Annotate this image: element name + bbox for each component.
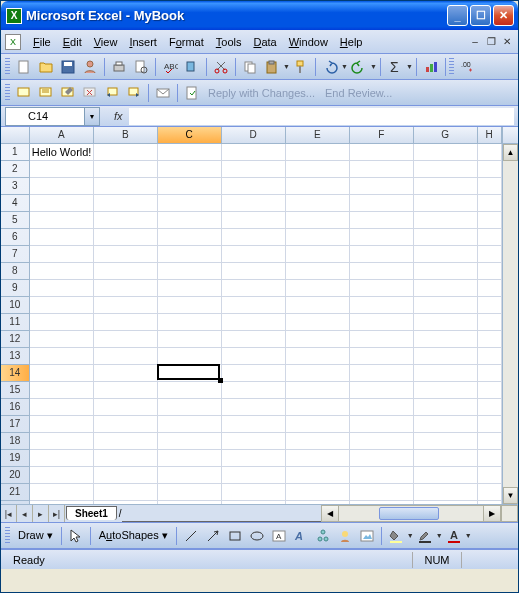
cell-F22[interactable]	[350, 501, 414, 504]
cell-A16[interactable]	[30, 399, 94, 416]
row-header-1[interactable]: 1	[1, 144, 29, 161]
column-header-A[interactable]: A	[30, 127, 94, 143]
hscroll-thumb[interactable]	[379, 507, 439, 520]
cell-D6[interactable]	[222, 229, 286, 246]
cell-B13[interactable]	[94, 348, 158, 365]
spellcheck-button[interactable]: ABC	[159, 56, 181, 78]
cell-G6[interactable]	[414, 229, 478, 246]
cell-E15[interactable]	[286, 382, 350, 399]
cell-D20[interactable]	[222, 467, 286, 484]
cell-F5[interactable]	[350, 212, 414, 229]
cell-D19[interactable]	[222, 450, 286, 467]
cell-C19[interactable]	[158, 450, 222, 467]
row-header-11[interactable]: 11	[1, 314, 29, 331]
cell-G21[interactable]	[414, 484, 478, 501]
autoshapes-menu-button[interactable]: AutoShapes ▾	[94, 529, 173, 542]
scroll-up-button[interactable]: ▲	[503, 144, 518, 161]
new-comment-button[interactable]	[13, 82, 35, 104]
row-header-15[interactable]: 15	[1, 382, 29, 399]
minimize-button[interactable]: _	[447, 5, 468, 26]
permission-button[interactable]	[79, 56, 101, 78]
cell-C11[interactable]	[158, 314, 222, 331]
cell-G3[interactable]	[414, 178, 478, 195]
menu-data[interactable]: Data	[247, 33, 282, 51]
cell-C7[interactable]	[158, 246, 222, 263]
cell-A19[interactable]	[30, 450, 94, 467]
cell-C5[interactable]	[158, 212, 222, 229]
wordart-button[interactable]: A	[290, 525, 312, 547]
cell-C4[interactable]	[158, 195, 222, 212]
cell-G1[interactable]	[414, 144, 478, 161]
cell-E9[interactable]	[286, 280, 350, 297]
cell-E19[interactable]	[286, 450, 350, 467]
cell-H3[interactable]	[478, 178, 502, 195]
column-header-D[interactable]: D	[222, 127, 286, 143]
cell-E16[interactable]	[286, 399, 350, 416]
cell-A20[interactable]	[30, 467, 94, 484]
cell-D1[interactable]	[222, 144, 286, 161]
copy-button[interactable]	[239, 56, 261, 78]
cell-D10[interactable]	[222, 297, 286, 314]
cell-A8[interactable]	[30, 263, 94, 280]
cell-C6[interactable]	[158, 229, 222, 246]
redo-button[interactable]	[348, 56, 370, 78]
cell-F14[interactable]	[350, 365, 414, 382]
cell-F9[interactable]	[350, 280, 414, 297]
cell-F11[interactable]	[350, 314, 414, 331]
row-header-12[interactable]: 12	[1, 331, 29, 348]
cell-H2[interactable]	[478, 161, 502, 178]
row-header-8[interactable]: 8	[1, 263, 29, 280]
menu-edit[interactable]: Edit	[57, 33, 88, 51]
cell-F6[interactable]	[350, 229, 414, 246]
cell-D12[interactable]	[222, 331, 286, 348]
cell-C3[interactable]	[158, 178, 222, 195]
fx-button[interactable]: fx	[114, 110, 123, 122]
cell-E18[interactable]	[286, 433, 350, 450]
cell-E21[interactable]	[286, 484, 350, 501]
cell-E10[interactable]	[286, 297, 350, 314]
scroll-right-button[interactable]: ▶	[483, 506, 500, 521]
fill-handle[interactable]	[218, 378, 223, 383]
cell-F12[interactable]	[350, 331, 414, 348]
cell-H4[interactable]	[478, 195, 502, 212]
cell-H6[interactable]	[478, 229, 502, 246]
fill-color-button[interactable]	[385, 525, 407, 547]
cell-C20[interactable]	[158, 467, 222, 484]
cell-H17[interactable]	[478, 416, 502, 433]
cell-H9[interactable]	[478, 280, 502, 297]
cell-H5[interactable]	[478, 212, 502, 229]
cell-D21[interactable]	[222, 484, 286, 501]
cell-F13[interactable]	[350, 348, 414, 365]
cell-B12[interactable]	[94, 331, 158, 348]
cell-E14[interactable]	[286, 365, 350, 382]
cell-E3[interactable]	[286, 178, 350, 195]
line-color-dropdown-icon[interactable]: ▼	[436, 532, 443, 539]
column-header-G[interactable]: G	[414, 127, 478, 143]
cell-E1[interactable]	[286, 144, 350, 161]
update-file-button[interactable]	[181, 82, 203, 104]
cell-C15[interactable]	[158, 382, 222, 399]
show-comments-button[interactable]	[35, 82, 57, 104]
insert-picture-button[interactable]	[356, 525, 378, 547]
cell-F21[interactable]	[350, 484, 414, 501]
row-header-19[interactable]: 19	[1, 450, 29, 467]
row-header-22[interactable]: 22	[1, 501, 29, 504]
doc-restore-button[interactable]: ❐	[484, 35, 498, 49]
cell-D17[interactable]	[222, 416, 286, 433]
cell-D8[interactable]	[222, 263, 286, 280]
cell-E22[interactable]	[286, 501, 350, 504]
cell-F2[interactable]	[350, 161, 414, 178]
cell-D3[interactable]	[222, 178, 286, 195]
row-header-20[interactable]: 20	[1, 467, 29, 484]
row-header-21[interactable]: 21	[1, 484, 29, 501]
chart-wizard-button[interactable]	[420, 56, 442, 78]
cell-B15[interactable]	[94, 382, 158, 399]
cell-E7[interactable]	[286, 246, 350, 263]
row-header-7[interactable]: 7	[1, 246, 29, 263]
save-button[interactable]	[57, 56, 79, 78]
cell-C21[interactable]	[158, 484, 222, 501]
column-header-C[interactable]: C	[158, 127, 222, 143]
cell-F16[interactable]	[350, 399, 414, 416]
cell-C13[interactable]	[158, 348, 222, 365]
cell-H21[interactable]	[478, 484, 502, 501]
